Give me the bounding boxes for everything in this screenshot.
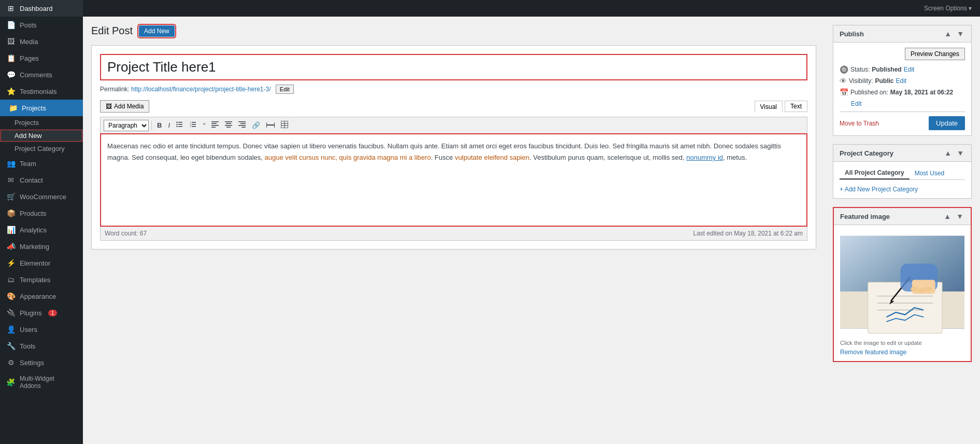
svg-rect-12: [211, 121, 219, 122]
align-left-button[interactable]: [209, 120, 221, 131]
preview-changes-button[interactable]: Preview Changes: [905, 48, 965, 60]
remove-featured-link[interactable]: Remove featured image: [840, 349, 906, 356]
elementor-icon: ⚡: [6, 259, 16, 267]
move-to-trash-link[interactable]: Move to Trash: [840, 120, 879, 127]
svg-rect-8: [192, 126, 196, 127]
publish-panel-controls: ▲ ▼: [943, 30, 965, 38]
table-button[interactable]: [278, 119, 291, 131]
sidebar-item-analytics[interactable]: 📊 Analytics: [0, 221, 83, 238]
align-center-button[interactable]: [222, 120, 235, 131]
sidebar-item-team[interactable]: 👥 Team: [0, 155, 83, 172]
featured-image-collapse[interactable]: ▲: [943, 212, 952, 220]
sidebar-item-woocommerce[interactable]: 🛒 WooCommerce: [0, 188, 83, 205]
main-area: Screen Options ▾ Edit Post Add New Perma…: [83, 0, 980, 444]
text-tab[interactable]: Text: [785, 101, 807, 112]
sidebar-sub-label: Project Category: [15, 145, 65, 152]
permalink-url[interactable]: http://localhost/finance/project/project…: [131, 86, 271, 93]
posts-icon: 📄: [6, 21, 16, 29]
add-new-category-link[interactable]: + Add New Project Category: [840, 186, 918, 193]
sidebar-panels: Publish ▲ ▼ Preview Changes 🔘 Status:: [825, 17, 980, 444]
sidebar-item-posts[interactable]: 📄 Posts: [0, 17, 83, 33]
publish-panel-expand[interactable]: ▼: [956, 30, 965, 38]
edit-slug-button[interactable]: Edit: [276, 85, 294, 94]
sidebar-item-label: Analytics: [20, 226, 47, 234]
word-count-label: Word count:: [105, 230, 138, 237]
sidebar-sub-projects-category[interactable]: Project Category: [0, 142, 83, 155]
screen-options-button[interactable]: Screen Options ▾: [924, 5, 972, 12]
nonummy-link[interactable]: nonummy id: [686, 154, 723, 161]
bold-button[interactable]: B: [154, 120, 164, 131]
sidebar-item-plugins[interactable]: 🔌 Plugins 1: [0, 304, 83, 321]
sidebar-item-contact[interactable]: ✉ Contact: [0, 172, 83, 188]
hr-button[interactable]: [264, 120, 277, 131]
add-media-bar: 🖼 Add Media Visual Text: [100, 100, 807, 113]
featured-image-expand[interactable]: ▼: [955, 212, 964, 220]
visual-tab[interactable]: Visual: [755, 101, 783, 112]
add-media-label: Add Media: [114, 103, 144, 110]
sidebar-item-label: Templates: [20, 276, 50, 284]
featured-image-container[interactable]: [840, 230, 964, 336]
featured-image-body: Click the image to edit or update Remove…: [834, 225, 971, 361]
italic-button[interactable]: I: [165, 120, 173, 131]
project-category-expand[interactable]: ▼: [956, 149, 965, 157]
link-button[interactable]: 🔗: [249, 120, 263, 131]
sidebar-item-comments[interactable]: 💬 Comments: [0, 66, 83, 83]
sidebar-item-label: Plugins: [20, 309, 42, 317]
sidebar-item-pages[interactable]: 📋 Pages: [0, 50, 83, 66]
editor-area: Edit Post Add New Permalink: http://loca…: [83, 17, 825, 444]
published-on-value: May 18, 2021 at 06:22: [890, 89, 953, 96]
update-button[interactable]: Update: [929, 116, 965, 130]
publish-panel-collapse[interactable]: ▲: [943, 30, 953, 38]
project-category-collapse[interactable]: ▲: [943, 149, 953, 157]
align-right-button[interactable]: [236, 120, 248, 131]
sidebar-item-multiwidget[interactable]: 🧩 Multi-Widget Addons: [0, 371, 83, 394]
sidebar-item-testimonials[interactable]: ⭐ Testimonials: [0, 83, 83, 100]
title-input-wrapper: [100, 54, 807, 80]
svg-rect-16: [225, 121, 232, 122]
topbar: Screen Options ▾: [83, 0, 980, 17]
post-title-input[interactable]: [101, 55, 806, 79]
sidebar-item-templates[interactable]: 🗂 Templates: [0, 271, 83, 288]
status-value: Published: [872, 66, 901, 73]
cat-tab-all[interactable]: All Project Category: [840, 167, 910, 179]
blockquote-button[interactable]: “: [201, 120, 208, 131]
tools-icon: 🔧: [6, 342, 16, 350]
sidebar-item-label: Appearance: [20, 293, 56, 300]
svg-rect-13: [211, 123, 217, 124]
svg-rect-15: [211, 127, 216, 128]
sidebar-item-elementor[interactable]: ⚡ Elementor: [0, 255, 83, 271]
sidebar-item-label: Contact: [20, 176, 43, 184]
sidebar-item-tools[interactable]: 🔧 Tools: [0, 338, 83, 354]
word-count-bar: Word count: 67 Last edited on May 18, 20…: [100, 227, 807, 241]
sidebar-item-appearance[interactable]: 🎨 Appearance: [0, 288, 83, 304]
sidebar-item-users[interactable]: 👤 Users: [0, 321, 83, 338]
published-on-edit-link[interactable]: Edit: [851, 100, 862, 107]
add-new-button[interactable]: Add New: [139, 25, 175, 37]
visibility-edit-link[interactable]: Edit: [896, 77, 906, 85]
sidebar-item-media[interactable]: 🖼 Media: [0, 33, 83, 50]
project-category-title: Project Category: [840, 149, 893, 157]
editor-content[interactable]: Maecenas nec odio et ante tincidunt temp…: [100, 133, 807, 227]
ul-button[interactable]: [174, 119, 186, 131]
sidebar-item-marketing[interactable]: 📣 Marketing: [0, 238, 83, 255]
sidebar-item-label: WooCommerce: [20, 193, 66, 201]
svg-rect-2: [178, 126, 182, 127]
sidebar-item-projects[interactable]: 📁 Projects: [0, 100, 83, 116]
paragraph-select[interactable]: Paragraph Heading 1 Heading 2 Heading 3: [104, 120, 149, 131]
status-edit-link[interactable]: Edit: [904, 66, 915, 73]
svg-rect-20: [238, 121, 246, 122]
ol-button[interactable]: 123: [187, 119, 200, 131]
cat-tab-most-used[interactable]: Most Used: [910, 167, 949, 179]
last-edited-text: Last edited on May 18, 2021 at 6:22 am: [693, 230, 803, 237]
sidebar-item-settings[interactable]: ⚙ Settings: [0, 354, 83, 371]
add-media-button[interactable]: 🖼 Add Media: [100, 100, 149, 113]
sidebar-item-dashboard[interactable]: ⊞ Dashboard: [0, 0, 83, 17]
sidebar-sub-projects-all[interactable]: Projects: [0, 116, 83, 129]
svg-rect-17: [226, 123, 231, 124]
visibility-label: Visibility:: [849, 77, 873, 85]
svg-point-41: [911, 287, 918, 292]
featured-image-svg: [840, 230, 964, 334]
sidebar-sub-label: Add New: [15, 132, 42, 140]
sidebar-item-products[interactable]: 📦 Products: [0, 205, 83, 221]
sidebar-sub-projects-add[interactable]: Add New: [0, 129, 83, 142]
